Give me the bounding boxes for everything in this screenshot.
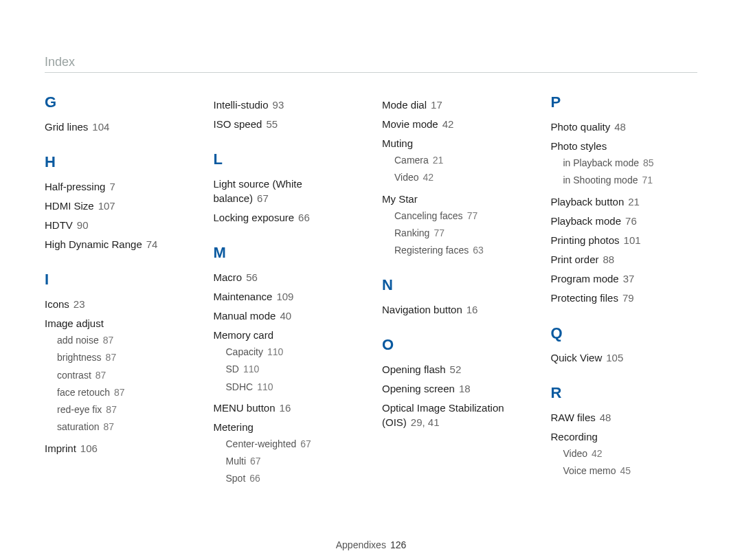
letter-heading-o: O	[382, 336, 529, 354]
letter-heading-i: I	[45, 271, 192, 289]
index-entry[interactable]: Protecting files79	[551, 291, 698, 305]
sub-label: face retouch	[57, 387, 110, 398]
letter-heading-g: G	[45, 93, 192, 111]
index-subentry[interactable]: SDHC110	[226, 380, 361, 394]
entry-page: 17	[431, 99, 442, 111]
entry-page: 7	[109, 181, 115, 192]
index-entry-group: Muting	[382, 136, 529, 150]
index-entry[interactable]: High Dynamic Range74	[45, 237, 192, 251]
entry-label: Printing photos	[551, 234, 620, 246]
index-entry[interactable]: Manual mode40	[214, 309, 361, 323]
index-entry[interactable]: Maintenance109	[214, 289, 361, 304]
index-entry-group: My Star	[382, 192, 529, 206]
index-subentry[interactable]: Video42	[563, 447, 698, 460]
index-entry[interactable]: Macro56	[214, 270, 361, 284]
index-subentry[interactable]: Canceling faces77	[394, 209, 529, 223]
index-entry[interactable]: Half-pressing7	[45, 179, 192, 194]
index-entry[interactable]: ISO speed55	[214, 117, 361, 131]
index-subentry[interactable]: Voice memo45	[563, 464, 698, 478]
entry-page: 90	[77, 219, 89, 231]
sub-page: 110	[257, 381, 273, 392]
index-subentry[interactable]: Camera21	[394, 153, 529, 167]
index-entry[interactable]: Icons23	[45, 297, 192, 311]
index-entry[interactable]: Imprint106	[45, 441, 192, 456]
index-entry[interactable]: Navigation button16	[382, 302, 529, 317]
entry-page: 23	[74, 298, 85, 310]
sub-label: Camera	[394, 155, 429, 166]
index-entry[interactable]: RAW files48	[551, 410, 698, 425]
index-subentry[interactable]: Spot66	[226, 471, 361, 485]
index-entry[interactable]: Playback button21	[551, 194, 698, 209]
sub-page: 45	[620, 465, 631, 476]
index-subentry[interactable]: in Playback mode85	[563, 156, 698, 170]
index-entry[interactable]: Playback mode76	[551, 214, 698, 228]
entry-page: 109	[276, 291, 293, 302]
entry-label: Half-pressing	[45, 181, 105, 192]
index-entry[interactable]: Grid lines104	[45, 120, 192, 134]
index-entry[interactable]: Quick View105	[551, 350, 698, 365]
index-entry[interactable]: Printing photos101	[551, 233, 698, 247]
index-entry[interactable]: Light source (White balance)67	[214, 177, 361, 205]
index-entry[interactable]: Program mode37	[551, 271, 698, 286]
sub-page: 110	[243, 363, 259, 374]
entry-label: Navigation button	[382, 304, 462, 315]
sub-label: Spot	[226, 473, 246, 484]
entry-label: Print order	[551, 254, 599, 265]
index-subentry[interactable]: contrast87	[57, 368, 192, 382]
index-entry[interactable]: Print order88	[551, 252, 698, 267]
sub-page: 42	[592, 448, 603, 459]
index-subentry[interactable]: brightness87	[57, 350, 192, 364]
entry-page: 48	[614, 121, 626, 133]
index-subentry[interactable]: Center-weighted67	[226, 437, 361, 451]
index-entry[interactable]: HDTV90	[45, 218, 192, 232]
entry-label: Opening flash	[382, 363, 446, 375]
entry-page: 56	[246, 271, 258, 283]
index-subentry[interactable]: Capacity110	[226, 345, 361, 359]
index-entry[interactable]: HDMI Size107	[45, 199, 192, 213]
sub-page: 87	[106, 404, 117, 415]
index-subentry[interactable]: saturation87	[57, 420, 192, 434]
sub-page: 63	[473, 245, 484, 256]
index-entry[interactable]: Locking exposure66	[214, 210, 361, 225]
index-subentry[interactable]: face retouch87	[57, 385, 192, 399]
index-subentry[interactable]: Video42	[394, 170, 529, 184]
index-subentry[interactable]: SD110	[226, 362, 361, 376]
entry-label: RAW files	[551, 412, 596, 423]
index-entry[interactable]: Photo quality48	[551, 120, 698, 134]
index-entry[interactable]: Intelli-studio93	[214, 98, 361, 112]
index-subentry[interactable]: Ranking77	[394, 226, 529, 240]
sub-page: 87	[106, 352, 117, 363]
index-entry[interactable]: Mode dial17	[382, 98, 529, 112]
index-subentry[interactable]: red-eye fix87	[57, 403, 192, 416]
index-entry-group: Image adjust	[45, 316, 192, 331]
entry-page: 37	[623, 273, 635, 284]
entry-label: Icons	[45, 298, 69, 310]
letter-heading-h: H	[45, 153, 192, 171]
sub-page: 21	[433, 155, 444, 166]
sub-page: 77	[467, 210, 478, 221]
sub-page: 67	[250, 456, 261, 467]
entry-page: 66	[298, 212, 310, 223]
sub-label: saturation	[57, 421, 99, 432]
index-entry[interactable]: MENU button16	[214, 401, 361, 415]
sub-page: 110	[267, 346, 283, 357]
index-entry[interactable]: Optical Image Stabilization (OIS)29, 41	[382, 401, 529, 429]
index-entry[interactable]: Opening screen18	[382, 381, 529, 396]
index-subentry[interactable]: add noise87	[57, 333, 192, 347]
entry-label: Image adjust	[45, 317, 104, 329]
sub-label: red-eye fix	[57, 404, 102, 415]
entry-page: 21	[628, 196, 640, 208]
entry-label: Mode dial	[382, 99, 427, 111]
index-entry[interactable]: Opening flash52	[382, 362, 529, 377]
entry-label: Photo quality	[551, 121, 611, 133]
entry-page: 18	[459, 383, 471, 394]
sub-page: 67	[300, 438, 311, 449]
index-subentry[interactable]: in Shooting mode71	[563, 173, 698, 187]
index-subentry[interactable]: Multi67	[226, 454, 361, 468]
page-footer: Appendixes126	[0, 539, 742, 550]
index-entry[interactable]: Movie mode42	[382, 117, 529, 131]
sub-label: Video	[394, 172, 419, 183]
entry-page: 16	[466, 304, 478, 315]
index-subentry[interactable]: Registering faces63	[394, 243, 529, 257]
entry-page: 106	[80, 443, 98, 454]
